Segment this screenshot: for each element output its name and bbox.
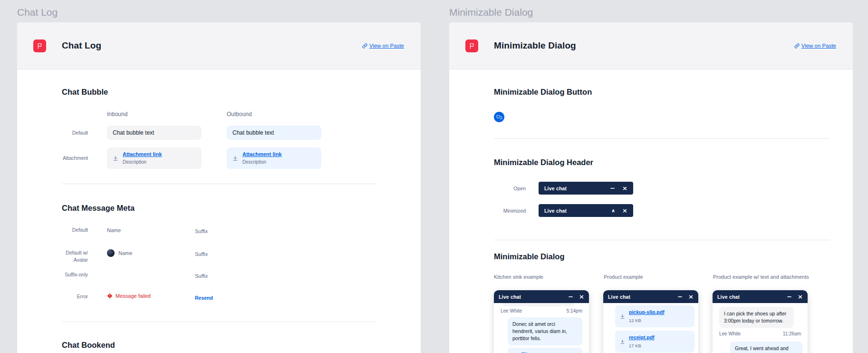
avatar xyxy=(107,249,115,257)
minimizable-dialog-panel: Minimizable Dialog View on Paste Minimiz… xyxy=(449,22,853,353)
meta-time: 5:14pm xyxy=(567,308,582,314)
close-icon[interactable]: × xyxy=(622,207,627,214)
meta-name: Lee White xyxy=(501,308,522,314)
minimize-icon[interactable]: − xyxy=(677,294,683,300)
row-label-avatar-line2: Avatar xyxy=(62,256,88,264)
section-heading-dialog-header: Minimizable Dialog Header xyxy=(494,157,853,167)
chat-bubble-column-headers: Inbound Outbound xyxy=(62,111,421,118)
dialog-header-open-row: Open Live chat − × xyxy=(494,182,853,195)
attachment-link[interactable]: receipt.pdf xyxy=(629,334,655,341)
meta-suffix: Suffix xyxy=(195,251,208,257)
dialog-header-minimized-row: Minimized Live chat ∧ × xyxy=(494,204,853,217)
meta-suffix: Suffix xyxy=(195,273,208,279)
meta-row-avatar: Default w/ Avatar Name Suffix xyxy=(62,249,421,264)
row-label-default: Default xyxy=(62,129,88,137)
clipped-chat-bubble xyxy=(502,303,574,306)
message-meta: Lee White 5:14pm xyxy=(501,308,582,314)
paste-logo-icon xyxy=(465,39,478,52)
attachment-outbound: Attachment link Description xyxy=(227,147,321,169)
dialog-title: Live chat xyxy=(544,186,567,191)
attachment-size: 12 KB xyxy=(629,317,665,324)
dialog-title: Live chat xyxy=(608,294,630,300)
paste-logo-icon xyxy=(33,39,46,52)
page-title: Chat Log xyxy=(62,40,101,51)
attachment-link[interactable]: pickup-slip.pdf xyxy=(629,309,665,316)
example-labels: Kitchen sink example Product example Pro… xyxy=(494,274,853,280)
dialog-title: Live chat xyxy=(544,208,567,214)
meta-row-suffix-only: Suffix-only Suffix xyxy=(62,271,421,280)
attachment-bubble: pickup-slip.pdf 12 KB xyxy=(615,305,694,327)
close-icon[interactable]: × xyxy=(622,185,627,191)
dialog-header: Live chat − × xyxy=(603,290,698,303)
section-heading-dialog-button: Minimizable Dialog Button xyxy=(494,87,853,97)
chat-bubble-outbound: Chat bubble text xyxy=(227,126,321,140)
message-meta: Lee White 11:26am xyxy=(719,331,801,336)
section-heading-dialog-examples: Minimizable Dialog xyxy=(494,252,853,261)
close-icon[interactable]: × xyxy=(688,294,694,300)
attachment-link[interactable]: File.png xyxy=(521,351,540,353)
dialog-title: Live chat xyxy=(499,294,521,300)
minimizable-dialog-card-header: Minimizable Dialog View on Paste xyxy=(449,22,853,69)
attachment-description: Description xyxy=(123,159,162,166)
link-icon xyxy=(362,43,367,49)
error-message: Message failed xyxy=(116,293,151,299)
meta-time: 11:26am xyxy=(783,331,801,336)
meta-row-error: Error Message failed Resend xyxy=(62,293,421,302)
meta-row-default: Default Name Suffix xyxy=(62,226,421,235)
section-heading-chat-bubble: Chat Bubble xyxy=(62,87,421,97)
dialog-header: Live chat − × xyxy=(713,290,808,303)
window-title-minimizable-dialog: Minimizable Dialog xyxy=(449,7,533,18)
column-header-outbound: Outbound xyxy=(227,111,321,118)
divider xyxy=(494,138,829,139)
attachment-inbound: Attachment link Description xyxy=(107,147,202,169)
example-label-product: Product example xyxy=(604,274,713,280)
close-icon[interactable]: × xyxy=(579,294,584,300)
chat-bubble-outbound: Donec sit amet orci hendrerit, varius di… xyxy=(508,317,582,345)
meta-suffix: Suffix xyxy=(195,228,208,234)
section-heading-chat-bookend: Chat Bookend xyxy=(62,340,421,350)
dialog-header-minimized: Live chat ∧ × xyxy=(539,204,633,217)
download-icon xyxy=(113,156,118,161)
view-on-paste-label: View on Paste xyxy=(801,43,836,49)
dialog-product: Live chat − × pickup-slip.pdf 12 KB xyxy=(603,290,698,353)
view-on-paste-link[interactable]: View on Paste xyxy=(794,43,836,49)
link-icon xyxy=(794,43,800,49)
view-on-paste-link[interactable]: View on Paste xyxy=(362,43,404,49)
chat-bubble-default-row: Default Chat bubble text Chat bubble tex… xyxy=(62,126,421,140)
row-label-minimized: Minimized xyxy=(494,208,526,214)
resend-button[interactable]: Resend xyxy=(195,295,213,301)
restore-icon[interactable]: ∧ xyxy=(611,208,615,213)
minimizable-dialog-button[interactable] xyxy=(494,112,504,122)
attachment-size: 17 KB xyxy=(629,342,655,349)
download-icon xyxy=(232,156,238,161)
row-label-error: Error xyxy=(62,293,88,300)
row-label-default: Default xyxy=(62,226,88,234)
row-label-suffix-only: Suffix-only xyxy=(62,271,88,278)
row-label-default-w-avatar: Default w/ xyxy=(62,249,88,256)
attachment-bubble: File.png 2 MB xyxy=(508,348,582,353)
dialog-title: Live chat xyxy=(717,294,740,300)
row-label-attachment: Attachment xyxy=(62,155,88,162)
minimize-icon[interactable]: − xyxy=(610,185,615,191)
chat-bubble-inbound: I can pick the shoes up after 3:00pm tod… xyxy=(719,307,794,328)
attachment-link[interactable]: Attachment link xyxy=(242,151,282,157)
dialog-kitchen-sink: Live chat − × Lee White 5:14pm Donec sit… xyxy=(494,290,589,353)
divider xyxy=(494,240,829,240)
divider xyxy=(62,322,377,322)
chat-bubble-inbound: Chat bubble text xyxy=(107,126,202,140)
section-heading-chat-message-meta: Chat Message Meta xyxy=(62,203,421,213)
minimize-icon[interactable]: − xyxy=(568,294,573,300)
meta-name: Lee White xyxy=(719,331,741,336)
minimize-icon[interactable]: − xyxy=(787,294,792,300)
meta-name: Name xyxy=(107,226,121,234)
download-icon xyxy=(620,339,625,344)
view-on-paste-label: View on Paste xyxy=(369,43,404,49)
chat-log-panel: Chat Log View on Paste Chat Bubble Inbou… xyxy=(17,22,421,353)
close-icon[interactable]: × xyxy=(798,294,803,300)
dialog-product-text-attachments: Live chat − × I can pick the shoes up af… xyxy=(713,290,808,353)
meta-name: Name xyxy=(118,249,132,257)
download-icon xyxy=(620,314,625,319)
attachment-link[interactable]: Attachment link xyxy=(123,151,162,157)
window-title-chat-log: Chat Log xyxy=(17,7,58,18)
dialog-header: Live chat − × xyxy=(494,290,589,303)
